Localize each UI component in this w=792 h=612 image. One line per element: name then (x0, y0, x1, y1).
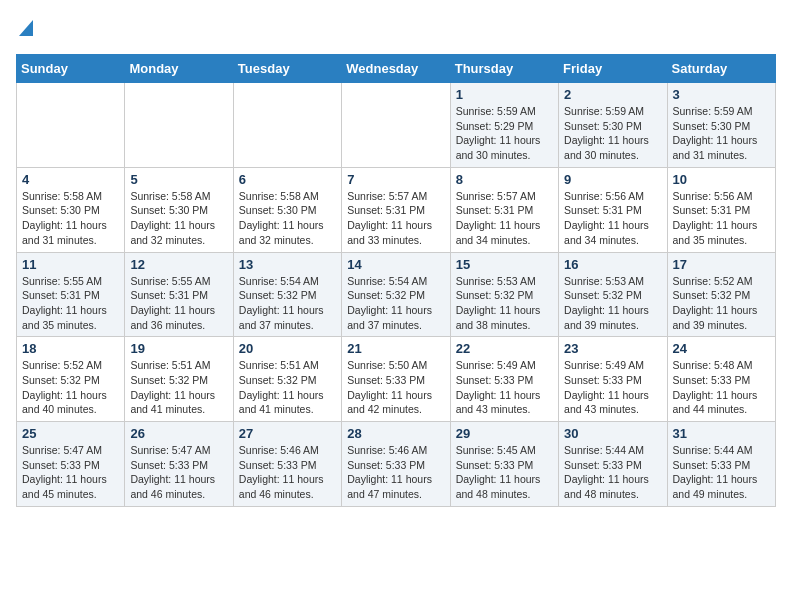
day-number: 1 (456, 87, 553, 102)
logo (16, 16, 33, 42)
day-number: 27 (239, 426, 336, 441)
day-cell: 7Sunrise: 5:57 AM Sunset: 5:31 PM Daylig… (342, 167, 450, 252)
day-cell: 1Sunrise: 5:59 AM Sunset: 5:29 PM Daylig… (450, 83, 558, 168)
day-number: 7 (347, 172, 444, 187)
weekday-header-monday: Monday (125, 55, 233, 83)
day-cell: 17Sunrise: 5:52 AM Sunset: 5:32 PM Dayli… (667, 252, 775, 337)
week-row-1: 1Sunrise: 5:59 AM Sunset: 5:29 PM Daylig… (17, 83, 776, 168)
day-cell: 16Sunrise: 5:53 AM Sunset: 5:32 PM Dayli… (559, 252, 667, 337)
day-number: 31 (673, 426, 770, 441)
day-cell: 15Sunrise: 5:53 AM Sunset: 5:32 PM Dayli… (450, 252, 558, 337)
day-cell: 31Sunrise: 5:44 AM Sunset: 5:33 PM Dayli… (667, 422, 775, 507)
day-info: Sunrise: 5:53 AM Sunset: 5:32 PM Dayligh… (456, 274, 553, 333)
day-cell: 10Sunrise: 5:56 AM Sunset: 5:31 PM Dayli… (667, 167, 775, 252)
day-number: 11 (22, 257, 119, 272)
day-number: 5 (130, 172, 227, 187)
day-cell: 12Sunrise: 5:55 AM Sunset: 5:31 PM Dayli… (125, 252, 233, 337)
day-info: Sunrise: 5:54 AM Sunset: 5:32 PM Dayligh… (239, 274, 336, 333)
svg-marker-0 (19, 20, 33, 36)
day-info: Sunrise: 5:47 AM Sunset: 5:33 PM Dayligh… (22, 443, 119, 502)
day-cell: 25Sunrise: 5:47 AM Sunset: 5:33 PM Dayli… (17, 422, 125, 507)
day-cell: 6Sunrise: 5:58 AM Sunset: 5:30 PM Daylig… (233, 167, 341, 252)
day-info: Sunrise: 5:51 AM Sunset: 5:32 PM Dayligh… (239, 358, 336, 417)
day-info: Sunrise: 5:47 AM Sunset: 5:33 PM Dayligh… (130, 443, 227, 502)
day-number: 13 (239, 257, 336, 272)
day-info: Sunrise: 5:57 AM Sunset: 5:31 PM Dayligh… (347, 189, 444, 248)
weekday-header-tuesday: Tuesday (233, 55, 341, 83)
page-header (16, 16, 776, 42)
day-number: 10 (673, 172, 770, 187)
week-row-3: 11Sunrise: 5:55 AM Sunset: 5:31 PM Dayli… (17, 252, 776, 337)
day-number: 19 (130, 341, 227, 356)
day-info: Sunrise: 5:59 AM Sunset: 5:30 PM Dayligh… (673, 104, 770, 163)
day-cell: 14Sunrise: 5:54 AM Sunset: 5:32 PM Dayli… (342, 252, 450, 337)
day-cell: 13Sunrise: 5:54 AM Sunset: 5:32 PM Dayli… (233, 252, 341, 337)
day-info: Sunrise: 5:46 AM Sunset: 5:33 PM Dayligh… (239, 443, 336, 502)
day-number: 3 (673, 87, 770, 102)
day-info: Sunrise: 5:55 AM Sunset: 5:31 PM Dayligh… (22, 274, 119, 333)
day-info: Sunrise: 5:58 AM Sunset: 5:30 PM Dayligh… (22, 189, 119, 248)
day-number: 17 (673, 257, 770, 272)
calendar-table: SundayMondayTuesdayWednesdayThursdayFrid… (16, 54, 776, 507)
day-cell (233, 83, 341, 168)
day-number: 16 (564, 257, 661, 272)
day-info: Sunrise: 5:44 AM Sunset: 5:33 PM Dayligh… (564, 443, 661, 502)
day-info: Sunrise: 5:51 AM Sunset: 5:32 PM Dayligh… (130, 358, 227, 417)
day-cell: 9Sunrise: 5:56 AM Sunset: 5:31 PM Daylig… (559, 167, 667, 252)
weekday-header-saturday: Saturday (667, 55, 775, 83)
day-number: 22 (456, 341, 553, 356)
day-cell (125, 83, 233, 168)
day-info: Sunrise: 5:49 AM Sunset: 5:33 PM Dayligh… (456, 358, 553, 417)
day-info: Sunrise: 5:58 AM Sunset: 5:30 PM Dayligh… (130, 189, 227, 248)
day-number: 4 (22, 172, 119, 187)
day-cell: 24Sunrise: 5:48 AM Sunset: 5:33 PM Dayli… (667, 337, 775, 422)
day-info: Sunrise: 5:53 AM Sunset: 5:32 PM Dayligh… (564, 274, 661, 333)
day-cell: 5Sunrise: 5:58 AM Sunset: 5:30 PM Daylig… (125, 167, 233, 252)
day-cell: 21Sunrise: 5:50 AM Sunset: 5:33 PM Dayli… (342, 337, 450, 422)
day-cell: 18Sunrise: 5:52 AM Sunset: 5:32 PM Dayli… (17, 337, 125, 422)
week-row-5: 25Sunrise: 5:47 AM Sunset: 5:33 PM Dayli… (17, 422, 776, 507)
day-cell: 11Sunrise: 5:55 AM Sunset: 5:31 PM Dayli… (17, 252, 125, 337)
weekday-header-wednesday: Wednesday (342, 55, 450, 83)
week-row-4: 18Sunrise: 5:52 AM Sunset: 5:32 PM Dayli… (17, 337, 776, 422)
day-number: 24 (673, 341, 770, 356)
day-number: 9 (564, 172, 661, 187)
day-number: 23 (564, 341, 661, 356)
day-info: Sunrise: 5:58 AM Sunset: 5:30 PM Dayligh… (239, 189, 336, 248)
day-number: 6 (239, 172, 336, 187)
day-number: 25 (22, 426, 119, 441)
day-number: 21 (347, 341, 444, 356)
logo-text (16, 16, 33, 42)
day-info: Sunrise: 5:52 AM Sunset: 5:32 PM Dayligh… (673, 274, 770, 333)
day-info: Sunrise: 5:54 AM Sunset: 5:32 PM Dayligh… (347, 274, 444, 333)
day-cell: 23Sunrise: 5:49 AM Sunset: 5:33 PM Dayli… (559, 337, 667, 422)
day-number: 28 (347, 426, 444, 441)
day-info: Sunrise: 5:50 AM Sunset: 5:33 PM Dayligh… (347, 358, 444, 417)
week-row-2: 4Sunrise: 5:58 AM Sunset: 5:30 PM Daylig… (17, 167, 776, 252)
day-cell: 27Sunrise: 5:46 AM Sunset: 5:33 PM Dayli… (233, 422, 341, 507)
day-info: Sunrise: 5:46 AM Sunset: 5:33 PM Dayligh… (347, 443, 444, 502)
day-number: 8 (456, 172, 553, 187)
day-info: Sunrise: 5:55 AM Sunset: 5:31 PM Dayligh… (130, 274, 227, 333)
weekday-header-row: SundayMondayTuesdayWednesdayThursdayFrid… (17, 55, 776, 83)
day-number: 18 (22, 341, 119, 356)
day-cell (17, 83, 125, 168)
day-info: Sunrise: 5:57 AM Sunset: 5:31 PM Dayligh… (456, 189, 553, 248)
day-info: Sunrise: 5:48 AM Sunset: 5:33 PM Dayligh… (673, 358, 770, 417)
day-number: 26 (130, 426, 227, 441)
day-cell: 4Sunrise: 5:58 AM Sunset: 5:30 PM Daylig… (17, 167, 125, 252)
day-cell: 22Sunrise: 5:49 AM Sunset: 5:33 PM Dayli… (450, 337, 558, 422)
day-info: Sunrise: 5:59 AM Sunset: 5:29 PM Dayligh… (456, 104, 553, 163)
day-number: 20 (239, 341, 336, 356)
day-cell: 2Sunrise: 5:59 AM Sunset: 5:30 PM Daylig… (559, 83, 667, 168)
day-number: 15 (456, 257, 553, 272)
day-info: Sunrise: 5:56 AM Sunset: 5:31 PM Dayligh… (673, 189, 770, 248)
day-number: 2 (564, 87, 661, 102)
day-number: 30 (564, 426, 661, 441)
weekday-header-thursday: Thursday (450, 55, 558, 83)
day-cell: 19Sunrise: 5:51 AM Sunset: 5:32 PM Dayli… (125, 337, 233, 422)
day-cell: 26Sunrise: 5:47 AM Sunset: 5:33 PM Dayli… (125, 422, 233, 507)
day-number: 29 (456, 426, 553, 441)
day-info: Sunrise: 5:49 AM Sunset: 5:33 PM Dayligh… (564, 358, 661, 417)
day-cell (342, 83, 450, 168)
